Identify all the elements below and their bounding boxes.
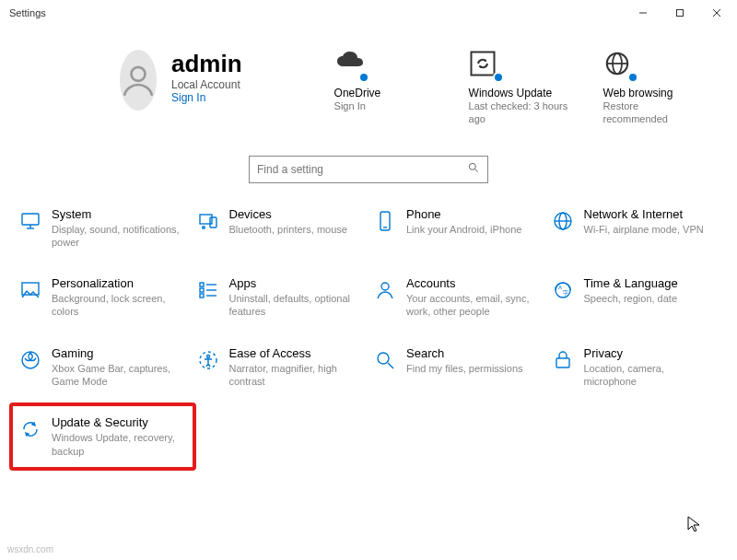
svg-rect-1: [677, 10, 684, 17]
tile-accounts[interactable]: AccountsYour accounts, email, sync, work…: [373, 276, 542, 319]
gaming-icon: [18, 348, 42, 372]
svg-text:字: 字: [563, 289, 568, 296]
svg-rect-5: [471, 52, 494, 76]
tile-desc: Narrator, magnifier, high contrast: [229, 362, 358, 389]
tile-personalization[interactable]: PersonalizationBackground, lock screen, …: [18, 276, 187, 319]
account-type: Local Account: [171, 78, 242, 91]
tile-gaming[interactable]: GamingXbox Game Bar, captures, Game Mode: [18, 346, 187, 389]
tile-desc: Uninstall, defaults, optional features: [229, 292, 358, 319]
cursor-icon: [687, 516, 700, 536]
tile-desc: Link your Android, iPhone: [406, 223, 521, 236]
tile-title: Privacy: [584, 346, 713, 360]
tile-time[interactable]: A字 Time & LanguageSpeech, region, date: [551, 276, 719, 319]
update-security-icon: [18, 417, 42, 441]
tile-privacy[interactable]: PrivacyLocation, camera, microphone: [551, 346, 719, 389]
tile-network[interactable]: Network & InternetWi-Fi, airplane mode, …: [551, 207, 719, 250]
tile-desc: Bluetooth, printers, mouse: [229, 223, 347, 236]
tile-desc: Display, sound, notifications, power: [52, 223, 181, 250]
svg-point-36: [378, 353, 389, 364]
tile-title: Ease of Access: [229, 346, 358, 360]
onedrive-title: OneDrive: [334, 87, 436, 99]
phone-icon: [373, 209, 397, 233]
search-input[interactable]: Find a setting: [249, 156, 488, 183]
privacy-icon: [551, 348, 575, 372]
svg-rect-23: [200, 283, 204, 286]
tile-system[interactable]: SystemDisplay, sound, notifications, pow…: [18, 207, 187, 250]
network-icon: [551, 209, 575, 233]
titlebar: Settings: [0, 0, 737, 26]
tile-title: Phone: [406, 207, 521, 221]
tile-title: Network & Internet: [584, 207, 704, 221]
tile-title: Accounts: [406, 276, 535, 290]
svg-rect-38: [556, 358, 569, 368]
tile-search[interactable]: SearchFind my files, permissions: [373, 346, 542, 389]
tile-title: Update & Security: [52, 415, 181, 429]
tile-update-security[interactable]: Update & SecurityWindows Update, recover…: [9, 402, 196, 471]
tile-title: System: [52, 207, 181, 221]
sign-in-link[interactable]: Sign In: [171, 91, 242, 104]
tile-desc: Wi-Fi, airplane mode, VPN: [584, 223, 704, 236]
svg-point-9: [469, 163, 475, 169]
apps-icon: [196, 278, 220, 302]
tile-apps[interactable]: AppsUninstall, defaults, optional featur…: [196, 276, 365, 319]
tile-title: Gaming: [52, 346, 181, 360]
svg-rect-24: [200, 288, 204, 292]
header: admin Local Account Sign In OneDrive Sig…: [0, 26, 737, 135]
svg-point-35: [206, 355, 209, 357]
tile-desc: Find my files, permissions: [406, 362, 523, 375]
close-button[interactable]: [698, 0, 735, 26]
window-title: Settings: [9, 7, 46, 18]
tile-title: Devices: [229, 207, 347, 221]
svg-rect-15: [210, 217, 216, 228]
web-desc: Restore recommended: [603, 99, 705, 126]
time-icon: A字: [551, 278, 575, 302]
svg-point-29: [381, 283, 389, 290]
ease-icon: [196, 348, 220, 372]
tile-desc: Your accounts, email, sync, work, other …: [406, 292, 535, 319]
watermark: wsxdn.com: [7, 544, 53, 554]
tile-title: Search: [406, 346, 523, 360]
avatar: [120, 50, 157, 111]
search-tile-icon: [373, 348, 397, 372]
tile-desc: Xbox Game Bar, captures, Game Mode: [52, 362, 181, 389]
tile-title: Personalization: [52, 276, 181, 290]
update-title: Windows Update: [469, 87, 570, 99]
svg-rect-25: [200, 294, 204, 298]
web-title: Web browsing: [603, 87, 705, 99]
user-info: admin Local Account Sign In: [171, 50, 242, 126]
personalization-icon: [18, 278, 42, 302]
accounts-icon: [373, 278, 397, 302]
svg-rect-11: [22, 214, 39, 225]
tile-title: Apps: [229, 276, 358, 290]
tile-title: Time & Language: [584, 276, 678, 290]
update-desc: Last checked: 3 hours ago: [469, 99, 570, 126]
globe-icon: [603, 50, 635, 81]
settings-grid: SystemDisplay, sound, notifications, pow…: [0, 191, 737, 458]
svg-line-10: [475, 169, 478, 172]
onedrive-icon: [334, 50, 366, 81]
tile-phone[interactable]: PhoneLink your Android, iPhone: [373, 207, 542, 250]
svg-point-4: [132, 67, 146, 81]
tile-desc: Location, camera, microphone: [584, 362, 713, 389]
windows-update-status[interactable]: Windows Update Last checked: 3 hours ago: [469, 50, 570, 126]
tile-devices[interactable]: DevicesBluetooth, printers, mouse: [196, 207, 365, 250]
minimize-button[interactable]: [625, 0, 661, 26]
svg-point-16: [202, 226, 205, 228]
svg-text:A: A: [558, 285, 562, 290]
onedrive-status[interactable]: OneDrive Sign In: [334, 50, 436, 126]
tile-desc: Background, lock screen, colors: [52, 292, 181, 319]
tile-ease-of-access[interactable]: Ease of AccessNarrator, magnifier, high …: [196, 346, 365, 389]
svg-line-37: [388, 363, 393, 368]
user-name: admin: [171, 50, 242, 78]
maximize-button[interactable]: [661, 0, 698, 26]
tile-desc: Speech, region, date: [584, 292, 678, 305]
system-icon: [18, 209, 42, 233]
search-icon: [467, 161, 480, 177]
web-browsing-status[interactable]: Web browsing Restore recommended: [603, 50, 705, 126]
onedrive-desc: Sign In: [334, 99, 436, 112]
update-icon: [469, 50, 500, 81]
tile-desc: Windows Update, recovery, backup: [52, 431, 181, 458]
devices-icon: [196, 209, 220, 233]
search-placeholder: Find a setting: [257, 163, 467, 176]
